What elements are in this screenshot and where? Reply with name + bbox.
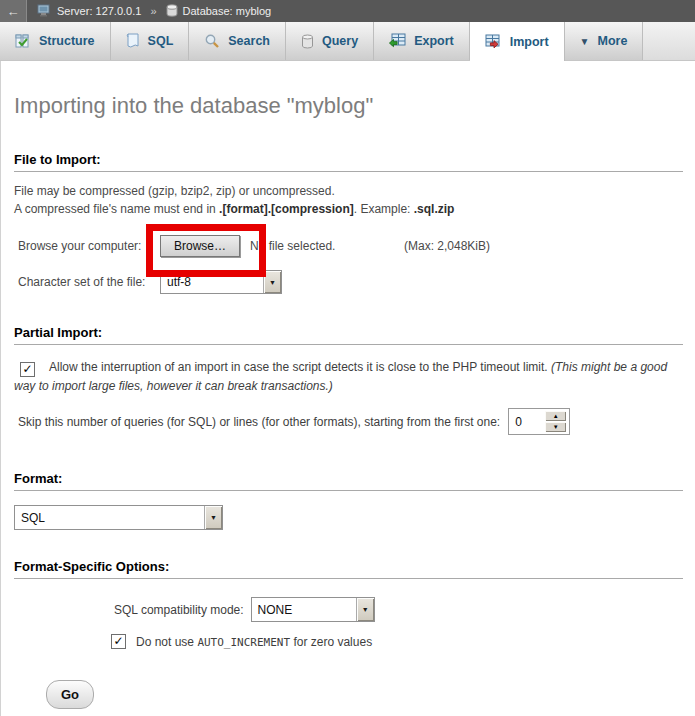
tab-label: Search (228, 34, 270, 48)
compression-line2: A compressed file's name must end in .[f… (14, 200, 685, 218)
breadcrumb-database[interactable]: Database: myblog (183, 5, 272, 17)
partial-import-heading: Partial Import: (14, 325, 683, 345)
skip-queries-input[interactable]: 0 ▲ ▼ (508, 408, 570, 435)
back-arrow-icon: ← (7, 4, 20, 19)
tab-structure[interactable]: Structure (0, 22, 111, 60)
allow-interruption-row: ✓Allow the interruption of an import in … (14, 358, 685, 396)
skip-queries-label: Skip this number of queries (for SQL) or… (18, 415, 500, 429)
check-icon: ✓ (113, 635, 123, 648)
back-arrow-button[interactable]: ← (0, 0, 27, 22)
sql-compat-select[interactable]: NONE ▼ (251, 597, 375, 622)
import-icon (485, 34, 502, 50)
tab-label: Structure (39, 34, 95, 48)
export-icon (389, 33, 406, 49)
format-value: SQL (15, 506, 204, 529)
breadcrumb-separator: » (150, 5, 156, 17)
charset-select[interactable]: utf-8 ▼ (160, 270, 282, 294)
chevron-down-icon: ▼ (580, 36, 590, 47)
server-icon (37, 4, 52, 19)
tab-label: More (598, 34, 628, 48)
breadcrumb: Server: 127.0.0.1 » Database: myblog (37, 4, 271, 19)
compression-line1: File may be compressed (gzip, bzip2, zip… (14, 182, 685, 200)
tab-label: Import (510, 35, 549, 49)
tab-sql[interactable]: SQL (111, 22, 190, 60)
breadcrumb-server[interactable]: Server: 127.0.0.1 (57, 5, 141, 17)
tab-label: SQL (148, 34, 174, 48)
chevron-down-icon[interactable]: ▼ (356, 598, 374, 621)
database-icon (166, 4, 178, 19)
file-to-import-heading: File to Import: (14, 152, 683, 172)
tab-query[interactable]: Query (286, 22, 374, 60)
compression-note: File may be compressed (gzip, bzip2, zip… (14, 182, 685, 218)
tab-more[interactable]: ▼ More (565, 22, 644, 60)
search-icon (204, 33, 220, 49)
skip-queries-row: Skip this number of queries (for SQL) or… (14, 407, 685, 436)
tabbar-filler (643, 22, 695, 60)
check-icon: ✓ (22, 363, 32, 376)
format-row: SQL ▼ (14, 505, 685, 530)
tab-label: Export (414, 34, 454, 48)
auto-increment-row: ✓ Do not use AUTO_INCREMENT for zero val… (111, 634, 685, 649)
browse-button[interactable]: Browse… (160, 235, 240, 257)
query-icon (301, 34, 314, 49)
spinner-down-button[interactable]: ▼ (545, 422, 566, 432)
import-page: Importing into the database "myblog" Fil… (0, 61, 695, 716)
auto-increment-text: Do not use AUTO_INCREMENT for zero value… (136, 635, 372, 649)
structure-icon (15, 33, 31, 49)
sql-compat-row: SQL compatibility mode: NONE ▼ (114, 597, 685, 622)
no-file-selected-text: No file selected. (250, 239, 335, 253)
format-select[interactable]: SQL ▼ (14, 505, 223, 530)
charset-value: utf-8 (161, 271, 263, 293)
sql-compat-value: NONE (252, 598, 356, 621)
chevron-down-icon[interactable]: ▼ (204, 506, 222, 529)
allow-interruption-text: Allow the interruption of an import in c… (49, 360, 551, 374)
allow-interruption-checkbox[interactable]: ✓ (20, 362, 35, 377)
charset-label: Character set of the file: (18, 275, 160, 289)
breadcrumb-bar: ← Server: 127.0.0.1 » Database: myblog (0, 0, 695, 22)
tab-import[interactable]: Import (470, 22, 565, 61)
max-size-text: (Max: 2,048KiB) (404, 239, 490, 253)
tab-search[interactable]: Search (189, 22, 286, 60)
browse-label: Browse your computer: (18, 239, 160, 253)
tab-bar: Structure SQL Search Query (0, 22, 695, 61)
sql-compat-label: SQL compatibility mode: (114, 603, 244, 617)
page-title: Importing into the database "myblog" (14, 61, 685, 119)
spinner-up-button[interactable]: ▲ (545, 411, 566, 421)
sql-icon (126, 33, 140, 49)
go-button[interactable]: Go (46, 680, 94, 709)
tab-export[interactable]: Export (374, 22, 470, 60)
skip-queries-value: 0 (509, 415, 522, 429)
spinner-buttons: ▲ ▼ (545, 411, 566, 432)
format-heading: Format: (14, 471, 683, 491)
format-options-heading: Format-Specific Options: (14, 559, 683, 579)
browse-row: Browse your computer: Browse… No file se… (14, 233, 685, 259)
charset-row: Character set of the file: utf-8 ▼ (14, 270, 685, 294)
auto-increment-checkbox[interactable]: ✓ (111, 634, 126, 649)
tab-label: Query (322, 34, 358, 48)
chevron-down-icon[interactable]: ▼ (263, 271, 281, 293)
